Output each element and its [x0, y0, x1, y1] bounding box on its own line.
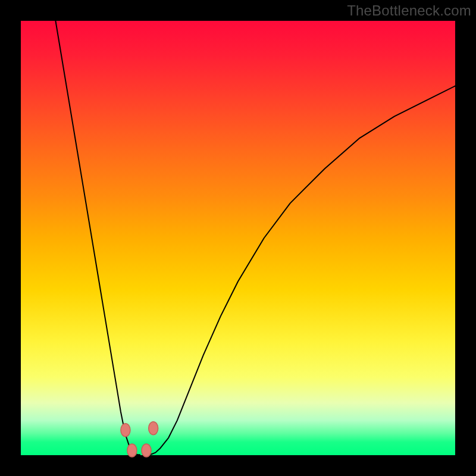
marker-dot-1 [127, 444, 137, 457]
marker-group [121, 422, 158, 457]
plot-area [21, 21, 455, 455]
chart-frame: TheBottleneck.com [0, 0, 476, 476]
chart-svg [21, 21, 455, 455]
marker-dot-0 [121, 424, 130, 437]
marker-dot-3 [149, 422, 158, 435]
marker-dot-2 [142, 444, 151, 457]
curve-right [147, 86, 455, 455]
watermark-text: TheBottleneck.com [347, 2, 471, 19]
curve-left [55, 21, 140, 455]
